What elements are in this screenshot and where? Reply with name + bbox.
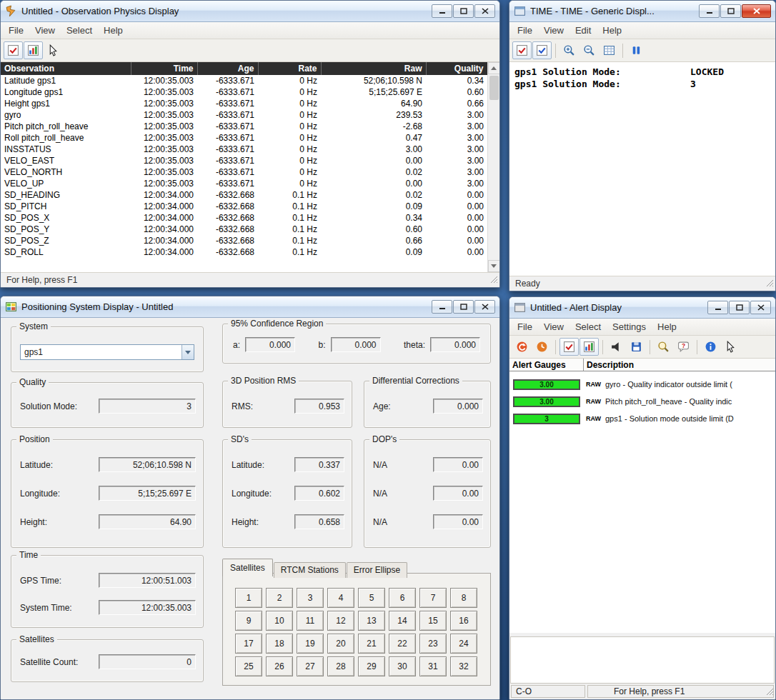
menu-help[interactable]: Help [597, 23, 627, 38]
satellite-cell[interactable]: 26 [266, 656, 293, 676]
zoom-out-button[interactable] [579, 41, 599, 59]
column-header-time[interactable]: Time [131, 62, 197, 75]
minimize-button[interactable] [699, 4, 720, 18]
satellite-cell[interactable]: 18 [266, 634, 293, 654]
menu-edit[interactable]: Edit [569, 23, 597, 38]
satellite-cell[interactable]: 7 [419, 588, 447, 608]
observation-graph-button[interactable] [24, 41, 43, 59]
satellite-cell[interactable]: 13 [358, 611, 385, 631]
satellite-cell[interactable]: 14 [389, 611, 416, 631]
observation-titlebar[interactable]: Untitled - Observation Physics Display [1, 1, 499, 22]
satellite-cell[interactable]: 27 [297, 656, 324, 676]
satellite-cell[interactable]: 4 [327, 588, 354, 608]
close-button[interactable] [750, 301, 771, 314]
minimize-button[interactable] [432, 300, 452, 314]
maximize-button[interactable] [720, 4, 741, 18]
tab-satellites[interactable]: Satellites [222, 559, 273, 576]
alert-titlebar[interactable]: Untitled - Alert Display [509, 297, 775, 319]
scroll-up-button[interactable] [488, 62, 500, 74]
observation-table-row[interactable]: VELO_EAST12:00:35.003-6333.6710 Hz0.003.… [1, 155, 487, 166]
menu-settings[interactable]: Settings [607, 319, 652, 334]
tab-rtcm-stations[interactable]: RTCM Stations [274, 562, 346, 578]
column-header-rate[interactable]: Rate [258, 62, 321, 75]
combobox-dropdown-button[interactable] [181, 345, 194, 359]
column-header-alert-gauges[interactable]: Alert Gauges [509, 359, 584, 371]
help-topic-button[interactable]: ? [674, 338, 693, 356]
maximize-button[interactable] [453, 4, 474, 18]
minimize-button[interactable] [432, 4, 452, 18]
satellite-cell[interactable]: 12 [327, 611, 354, 631]
time-select-button[interactable] [532, 41, 552, 59]
sound-button[interactable] [607, 338, 626, 356]
column-header-quality[interactable]: Quality [426, 62, 487, 75]
satellite-cell[interactable]: 19 [297, 634, 324, 654]
menu-view[interactable]: View [29, 23, 61, 38]
system-combobox[interactable]: gps1 [20, 344, 194, 360]
alert-pointer-button[interactable] [721, 338, 740, 356]
satellite-cell[interactable]: 25 [235, 656, 262, 676]
satellite-cell[interactable]: 31 [419, 656, 447, 676]
satellite-cell[interactable]: 20 [327, 634, 354, 654]
column-header-description[interactable]: Description [584, 359, 775, 371]
observation-table-row[interactable]: Latitude gps112:00:35.003-6333.6710 Hz52… [1, 75, 487, 86]
observation-table-row[interactable]: SD_HEADING12:00:34.000-6332.6680.1 Hz0.0… [1, 189, 487, 201]
resize-grip-icon[interactable] [765, 279, 774, 289]
satellite-cell[interactable]: 1 [235, 588, 262, 608]
resize-grip-icon[interactable] [489, 275, 498, 286]
menu-help[interactable]: Help [652, 319, 682, 334]
vertical-scrollbar[interactable] [487, 62, 499, 272]
menu-view[interactable]: View [538, 319, 569, 334]
pause-button[interactable] [627, 41, 646, 59]
scroll-down-button[interactable] [488, 260, 500, 272]
find-button[interactable] [654, 338, 673, 356]
satellite-cell[interactable]: 9 [235, 611, 262, 631]
observation-table-row[interactable]: Longitude gps112:00:35.003-6333.6710 Hz5… [1, 86, 487, 98]
alert-row[interactable]: 3RAWgps1 - Solution mode outside limit (… [509, 410, 775, 427]
column-header-age[interactable]: Age [197, 62, 258, 75]
menu-view[interactable]: View [538, 23, 569, 38]
observation-table-row[interactable]: gyro12:00:35.003-6333.6710 Hz239.533.00 [1, 109, 487, 121]
grid-view-button[interactable] [600, 41, 619, 59]
satellite-cell[interactable]: 17 [235, 634, 262, 654]
observation-table-row[interactable]: SD_ROLL12:00:34.000-6332.6680.1 Hz0.090.… [1, 246, 487, 258]
tab-error-ellipse[interactable]: Error Ellipse [347, 562, 407, 578]
close-button[interactable] [474, 4, 495, 18]
scrollbar-thumb[interactable] [489, 76, 499, 100]
satellite-cell[interactable]: 24 [450, 634, 477, 654]
menu-select[interactable]: Select [569, 319, 607, 334]
observation-table-row[interactable]: VELO_UP12:00:35.003-6333.6710 Hz0.003.00 [1, 178, 487, 189]
satellite-cell[interactable]: 32 [450, 656, 477, 676]
save-button[interactable] [627, 338, 646, 356]
observation-settings-button[interactable] [4, 41, 23, 59]
menu-file[interactable]: File [3, 23, 29, 38]
satellite-cell[interactable]: 29 [358, 656, 385, 676]
observation-table-row[interactable]: Pitch pitch_roll_heave12:00:35.003-6333.… [1, 121, 487, 132]
info-button[interactable] [701, 338, 720, 356]
observation-pointer-button[interactable] [44, 41, 63, 59]
satellite-cell[interactable]: 5 [358, 588, 385, 608]
satellite-cell[interactable]: 15 [419, 611, 447, 631]
alert-graph-button[interactable] [579, 338, 599, 356]
column-header-observation[interactable]: Observation [1, 62, 131, 75]
satellite-cell[interactable]: 3 [297, 588, 324, 608]
observation-table-row[interactable]: Roll pitch_roll_heave12:00:35.003-6333.6… [1, 132, 487, 144]
satellite-cell[interactable]: 23 [419, 634, 447, 654]
zoom-in-button[interactable] [559, 41, 579, 59]
satellite-cell[interactable]: 22 [389, 634, 416, 654]
menu-file[interactable]: File [512, 319, 538, 334]
satellite-cell[interactable]: 28 [327, 656, 354, 676]
satellite-cell[interactable]: 6 [389, 588, 416, 608]
time-titlebar[interactable]: TIME - TIME - Generic Displ... [509, 1, 775, 22]
observation-table-row[interactable]: SD_POS_Y12:00:34.000-6332.6680.1 Hz0.600… [1, 224, 487, 235]
observation-table-row[interactable]: SD_POS_X12:00:34.000-6332.6680.1 Hz0.340… [1, 212, 487, 224]
alert-history-button[interactable] [532, 338, 552, 356]
satellite-cell[interactable]: 16 [450, 611, 477, 631]
menu-file[interactable]: File [512, 23, 538, 38]
alert-settings-button[interactable] [559, 338, 579, 356]
maximize-button[interactable] [729, 301, 750, 314]
satellite-cell[interactable]: 11 [297, 611, 324, 631]
maximize-button[interactable] [453, 300, 474, 314]
menu-help[interactable]: Help [98, 23, 129, 38]
observation-table-row[interactable]: Height gps112:00:35.003-6333.6710 Hz64.9… [1, 98, 487, 109]
satellite-cell[interactable]: 2 [266, 588, 293, 608]
